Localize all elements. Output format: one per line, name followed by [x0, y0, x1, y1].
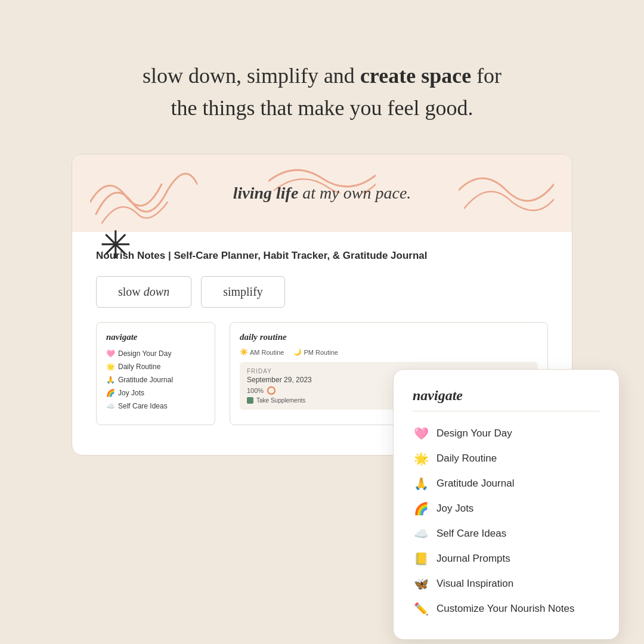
headline-line2: the things that make you feel good. [171, 96, 473, 120]
nav-emoji-selfcare: ☁️ [106, 402, 115, 410]
floating-label-routine: Daily Routine [436, 453, 497, 465]
nav-item-gratitude-journal[interactable]: 🙏 Gratitude Journal [106, 376, 205, 384]
tabs-row: slow down simplify [96, 276, 548, 308]
tab-simplify-label: simplify [223, 285, 263, 298]
floating-label-joy: Joy Jots [436, 503, 473, 515]
nav-item-self-care[interactable]: ☁️ Self Care Ideas [106, 402, 205, 410]
tab-slow-down[interactable]: slow down [96, 276, 191, 308]
header-italic: living life [233, 184, 299, 202]
nav-panel: navigate 🩷 Design Your Day 🌟 Daily Routi… [96, 322, 215, 425]
wave-right-decoration [459, 160, 554, 220]
floating-nav-item-visual[interactable]: 🦋 Visual Inspiration [413, 571, 600, 596]
pm-routine-label: PM Routine [304, 349, 338, 356]
floating-nav-title: navigate [413, 388, 600, 411]
headline-line1: slow down, simplify and create space for [143, 64, 501, 88]
floating-label-design: Design Your Day [436, 428, 512, 439]
routine-tabs: ☀️ AM Routine 🌙 PM Routine [240, 348, 538, 356]
wave-left-decoration [90, 166, 197, 226]
floating-emoji-journal: 📒 [413, 552, 429, 566]
tab-down-italic: down [144, 285, 169, 298]
header-normal: at my own pace. [298, 184, 411, 202]
nav-label-design: Design Your Day [118, 349, 171, 358]
floating-label-visual: Visual Inspiration [436, 578, 513, 590]
floating-label-customize: Customize Your Nourish Notes [436, 603, 575, 615]
floating-emoji-customize: ✏️ [413, 602, 429, 616]
floating-nav-popup: navigate 🩷 Design Your Day 🌟 Daily Routi… [393, 369, 620, 640]
am-routine-label: AM Routine [250, 349, 284, 356]
floating-nav-item-selfcare[interactable]: ☁️ Self Care Ideas [413, 521, 600, 546]
checkbox-icon [247, 397, 253, 404]
floating-emoji-selfcare: ☁️ [413, 527, 429, 541]
headline: slow down, simplify and create space for… [143, 60, 501, 124]
nav-emoji-routine: 🌟 [106, 363, 115, 371]
routine-tab-pm[interactable]: 🌙 PM Routine [293, 348, 338, 356]
headline-text1: slow down, simplify and [143, 64, 360, 88]
floating-nav-item-joy[interactable]: 🌈 Joy Jots [413, 496, 600, 521]
nav-label-routine: Daily Routine [118, 363, 160, 371]
floating-label-gratitude: Gratitude Journal [436, 478, 514, 490]
nav-item-joy-jots[interactable]: 🌈 Joy Jots [106, 389, 205, 397]
asterisk-icon: ✳ [100, 226, 132, 264]
nav-emoji-design: 🩷 [106, 349, 115, 358]
tab-simplify[interactable]: simplify [201, 276, 285, 308]
nav-emoji-gratitude: 🙏 [106, 376, 115, 384]
nav-item-daily-routine[interactable]: 🌟 Daily Routine [106, 363, 205, 371]
floating-label-selfcare: Self Care Ideas [436, 528, 506, 540]
nav-panel-title: navigate [106, 332, 205, 342]
nav-item-design-your-day[interactable]: 🩷 Design Your Day [106, 349, 205, 358]
headline-text2: for [471, 64, 501, 88]
percent-circle-icon [267, 386, 275, 395]
floating-emoji-design: 🩷 [413, 426, 429, 441]
floating-nav-item-gratitude[interactable]: 🙏 Gratitude Journal [413, 471, 600, 496]
nav-emoji-joy: 🌈 [106, 389, 115, 397]
card-subtitle: Nourish Notes | Self-Care Planner, Habit… [96, 250, 548, 262]
checkbox-label: Take Supplements [256, 397, 305, 404]
nav-label-selfcare: Self Care Ideas [118, 402, 168, 410]
nav-label-joy: Joy Jots [118, 389, 144, 397]
floating-nav-item-journal[interactable]: 📒 Journal Prompts [413, 546, 600, 571]
floating-nav-item-customize[interactable]: ✏️ Customize Your Nourish Notes [413, 596, 600, 621]
card-header-title: living life at my own pace. [233, 184, 411, 203]
card-header: living life at my own pace. [72, 154, 572, 232]
routine-tab-am[interactable]: ☀️ AM Routine [240, 348, 284, 356]
floating-label-journal: Journal Prompts [436, 553, 510, 565]
floating-nav-item-routine[interactable]: 🌟 Daily Routine [413, 446, 600, 471]
floating-emoji-joy: 🌈 [413, 501, 429, 516]
floating-nav-item-design[interactable]: 🩷 Design Your Day [413, 421, 600, 446]
floating-emoji-routine: 🌟 [413, 451, 429, 466]
floating-emoji-visual: 🦋 [413, 577, 429, 591]
headline-bold: create space [360, 64, 471, 88]
routine-panel-title: daily routine [240, 332, 538, 342]
percent-value: 100% [247, 387, 264, 394]
nav-label-gratitude: Gratitude Journal [118, 376, 173, 384]
page-container: slow down, simplify and create space for… [0, 0, 644, 644]
main-card: living life at my own pace. ✳ Nourish No… [72, 154, 572, 456]
floating-emoji-gratitude: 🙏 [413, 476, 429, 491]
